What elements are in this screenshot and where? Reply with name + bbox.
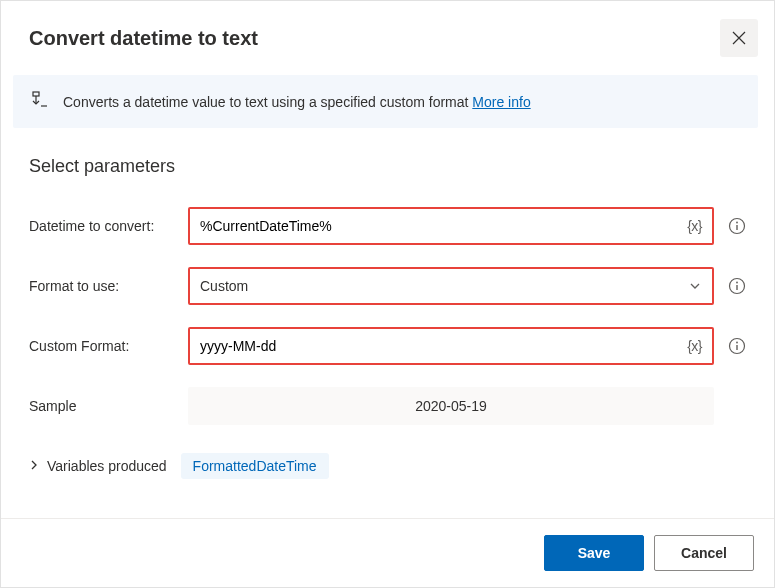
- info-icon[interactable]: [728, 337, 746, 355]
- variable-picker-icon[interactable]: {x}: [687, 218, 702, 234]
- field-format-to-use: Format to use: Custom: [29, 267, 746, 305]
- custom-format-input[interactable]: {x}: [188, 327, 714, 365]
- format-dropdown[interactable]: Custom: [188, 267, 714, 305]
- dropdown-value: Custom: [200, 278, 248, 294]
- datetime-input[interactable]: {x}: [188, 207, 714, 245]
- info-icon[interactable]: [728, 217, 746, 235]
- datetime-input-field[interactable]: [200, 218, 687, 234]
- dialog: Convert datetime to text Converts a date…: [0, 0, 775, 588]
- close-icon: [732, 31, 746, 45]
- field-label: Datetime to convert:: [29, 218, 174, 234]
- svg-point-6: [736, 342, 738, 344]
- custom-format-input-field[interactable]: [200, 338, 687, 354]
- close-button[interactable]: [720, 19, 758, 57]
- sample-output: 2020-05-19: [188, 387, 714, 425]
- variable-picker-icon[interactable]: {x}: [687, 338, 702, 354]
- svg-rect-0: [33, 92, 39, 96]
- more-info-link[interactable]: More info: [472, 94, 530, 110]
- field-label: Sample: [29, 398, 174, 414]
- sample-value: 2020-05-19: [415, 398, 487, 414]
- section-title: Select parameters: [29, 156, 746, 177]
- svg-point-2: [736, 222, 738, 224]
- field-custom-format: Custom Format: {x}: [29, 327, 746, 365]
- field-datetime-to-convert: Datetime to convert: {x}: [29, 207, 746, 245]
- save-button[interactable]: Save: [544, 535, 644, 571]
- svg-point-4: [736, 282, 738, 284]
- field-label: Custom Format:: [29, 338, 174, 354]
- action-icon: [31, 91, 49, 112]
- field-label: Format to use:: [29, 278, 174, 294]
- info-icon[interactable]: [728, 277, 746, 295]
- variables-produced-label: Variables produced: [47, 458, 167, 474]
- dialog-body: Select parameters Datetime to convert: {…: [1, 128, 774, 518]
- description-text: Converts a datetime value to text using …: [63, 94, 531, 110]
- description-bar: Converts a datetime value to text using …: [13, 75, 758, 128]
- variable-badge[interactable]: FormattedDateTime: [181, 453, 329, 479]
- chevron-down-icon: [688, 279, 702, 293]
- dialog-footer: Save Cancel: [1, 518, 774, 587]
- variables-produced-row[interactable]: Variables produced FormattedDateTime: [29, 453, 746, 479]
- cancel-button[interactable]: Cancel: [654, 535, 754, 571]
- field-sample: Sample 2020-05-19: [29, 387, 746, 425]
- dialog-title: Convert datetime to text: [29, 27, 258, 50]
- chevron-right-icon: [29, 459, 39, 473]
- dialog-header: Convert datetime to text: [1, 1, 774, 75]
